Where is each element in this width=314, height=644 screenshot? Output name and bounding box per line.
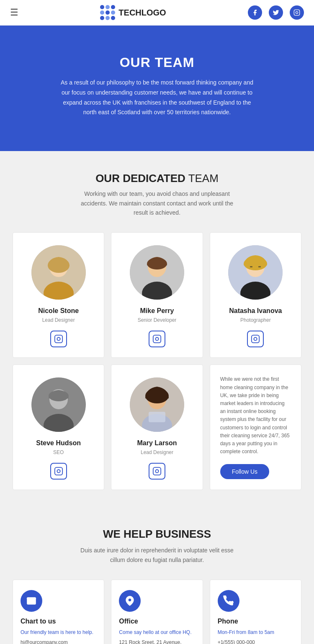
member-name-mary: Mary Larson xyxy=(120,439,194,447)
member-role-mike: Senior Developer xyxy=(120,317,194,323)
svg-rect-12 xyxy=(153,335,161,343)
avatar-steve xyxy=(31,377,86,432)
logo-dots-icon xyxy=(100,5,115,20)
social-icons xyxy=(248,5,304,20)
member-name-natasha: Natasha Ivanova xyxy=(219,307,293,315)
hamburger-icon[interactable]: ☰ xyxy=(10,7,18,18)
follow-us-button[interactable]: Follow Us xyxy=(220,464,269,479)
dot xyxy=(106,5,110,9)
team-card-natasha: Natasha Ivanova Photographer xyxy=(210,232,301,358)
svg-rect-33 xyxy=(153,467,161,475)
member-role-steve: SEO xyxy=(21,449,95,455)
instagram-icon[interactable] xyxy=(290,5,304,20)
help-section: WE HELP BUSINESS Duis aute irure dolor i… xyxy=(0,507,314,644)
phone-icon-wrap xyxy=(218,590,239,612)
location-icon-wrap xyxy=(119,590,141,612)
help-section-subtitle: Duis aute irure dolor in reprehenderit i… xyxy=(77,546,237,564)
help-card-office-detail-1: 121 Rock Sreet, 21 Avenue, xyxy=(119,639,195,644)
team-card-mike: Mike Perry Senior Developer xyxy=(111,232,203,358)
avatar-mary xyxy=(130,377,184,432)
instagram-link-nicole[interactable] xyxy=(50,331,67,347)
member-role-natasha: Photographer xyxy=(219,317,293,323)
help-card-chat-detail: hi@ourcompany.com xyxy=(21,639,96,644)
email-icon-wrap xyxy=(21,590,42,612)
help-card-office: Office Come say hello at our office HQ. … xyxy=(111,580,203,644)
help-card-chat-subtitle: Our friendly team is here to help. xyxy=(21,629,96,635)
instagram-link-steve[interactable] xyxy=(50,463,67,480)
svg-rect-0 xyxy=(294,10,299,15)
hero-description: As a result of our philosophy to be the … xyxy=(61,78,253,118)
twitter-icon[interactable] xyxy=(269,5,283,20)
member-role-mary: Lead Designer xyxy=(120,449,194,455)
team-section-subtitle: Working with our team, you avoid chaos a… xyxy=(73,189,241,217)
member-role-nicole: Lead Designer xyxy=(21,317,95,323)
help-card-office-title: Office xyxy=(119,618,195,625)
team-info-card: While we were not the first home cleanin… xyxy=(210,364,301,490)
help-card-chat-title: Chart to us xyxy=(21,618,96,625)
logo: TECHLOGO xyxy=(100,5,166,20)
team-card-mary: Mary Larson Lead Designer xyxy=(111,364,203,490)
svg-rect-26 xyxy=(54,467,62,475)
help-section-title: WE HELP BUSINESS xyxy=(13,528,301,541)
avatar-nicole xyxy=(31,245,86,300)
dot xyxy=(100,16,104,20)
dot xyxy=(100,5,104,9)
help-card-phone-subtitle: Mon-Fri from 8am to 5am xyxy=(218,629,293,635)
help-card-chat: Chart to us Our friendly team is here to… xyxy=(13,580,104,644)
hero-section: OUR TEAM As a result of our philosophy t… xyxy=(0,26,314,151)
dot xyxy=(111,10,115,15)
info-card-text: While we were not the first home cleanin… xyxy=(220,375,291,456)
team-card-nicole: Nicole Stone Lead Designer xyxy=(13,232,104,358)
logo-text: TECHLOGO xyxy=(118,8,166,18)
hero-title: OUR TEAM xyxy=(33,55,281,70)
help-card-phone-detail: +1(555) 000-000 xyxy=(218,639,293,644)
svg-rect-20 xyxy=(252,335,259,343)
facebook-icon[interactable] xyxy=(248,5,262,20)
help-card-phone-title: Phone xyxy=(218,618,293,625)
member-name-mike: Mike Perry xyxy=(120,307,194,315)
help-grid: Chart to us Our friendly team is here to… xyxy=(13,580,301,644)
dot xyxy=(106,16,110,20)
help-card-office-subtitle: Come say hello at our office HQ. xyxy=(119,629,195,635)
svg-rect-6 xyxy=(54,335,62,343)
instagram-link-mike[interactable] xyxy=(149,331,165,347)
svg-rect-32 xyxy=(149,412,165,422)
svg-rect-18 xyxy=(250,266,252,267)
team-section: OUR DEDICATED TEAM Working with our team… xyxy=(0,151,314,507)
member-name-steve: Steve Hudson xyxy=(21,439,95,447)
help-card-phone: Phone Mon-Fri from 8am to 5am +1(555) 00… xyxy=(210,580,301,644)
avatar-natasha xyxy=(228,245,283,300)
dot xyxy=(111,16,115,20)
dot xyxy=(106,10,110,15)
instagram-link-mary[interactable] xyxy=(149,463,165,480)
dot xyxy=(100,10,104,15)
navbar: ☰ TECHLOGO xyxy=(0,0,314,26)
dot xyxy=(111,5,115,9)
svg-point-35 xyxy=(129,599,131,602)
member-name-nicole: Nicole Stone xyxy=(21,307,95,315)
team-card-steve: Steve Hudson SEO xyxy=(13,364,104,490)
svg-rect-19 xyxy=(258,266,261,267)
team-section-title: OUR DEDICATED TEAM xyxy=(13,172,301,185)
team-grid: Nicole Stone Lead Designer Mike Perry Se… xyxy=(13,232,301,490)
instagram-link-natasha[interactable] xyxy=(247,331,264,347)
avatar-mike xyxy=(130,245,184,300)
